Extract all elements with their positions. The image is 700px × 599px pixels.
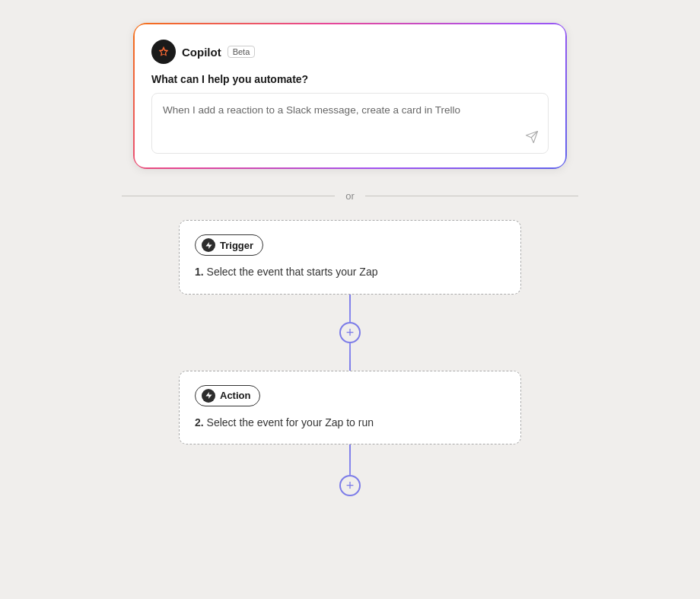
- send-button[interactable]: [525, 130, 539, 144]
- trigger-description: 1. Select the event that starts your Zap: [195, 265, 505, 280]
- svg-marker-1: [205, 392, 212, 399]
- svg-marker-0: [205, 241, 212, 248]
- connector-line-top: [349, 295, 351, 322]
- trigger-badge: Trigger: [195, 234, 263, 256]
- add-step-button-1[interactable]: +: [339, 322, 361, 343]
- trigger-icon: [202, 238, 215, 252]
- flow-container: Trigger 1. Select the event that starts …: [15, 220, 685, 496]
- copilot-title: Copilot: [182, 46, 221, 59]
- main-container: Copilot Beta What can I help you automat…: [0, 0, 700, 599]
- connector-line-bottom: [349, 343, 351, 371]
- copilot-question: What can I help you automate?: [151, 73, 549, 85]
- copilot-input-area[interactable]: When I add a reaction to a Slack message…: [151, 93, 549, 154]
- action-step-text: Select the event for your Zap to run: [207, 416, 374, 429]
- connector-1: +: [339, 295, 361, 371]
- divider-line-right: [365, 196, 578, 196]
- copilot-logo-icon: [151, 40, 176, 64]
- or-text: or: [345, 190, 355, 202]
- beta-badge: Beta: [228, 46, 256, 58]
- action-badge-label: Action: [220, 390, 250, 401]
- divider-line-left: [122, 196, 335, 196]
- bottom-connector: +: [339, 444, 361, 496]
- or-divider: or: [122, 190, 578, 202]
- action-icon: [202, 389, 215, 403]
- copilot-card: Copilot Beta What can I help you automat…: [133, 23, 567, 169]
- trigger-card: Trigger 1. Select the event that starts …: [179, 220, 521, 295]
- bottom-line: [349, 444, 351, 475]
- action-badge: Action: [195, 385, 260, 406]
- trigger-step-text: Select the event that starts your Zap: [207, 266, 378, 278]
- trigger-step-number: 1.: [195, 266, 204, 278]
- action-card: Action 2. Select the event for your Zap …: [179, 371, 521, 445]
- add-step-button-2[interactable]: +: [339, 475, 361, 496]
- copilot-header: Copilot Beta: [151, 40, 549, 64]
- copilot-input-text: When I add a reaction to a Slack message…: [163, 103, 517, 118]
- action-step-number: 2.: [195, 416, 204, 429]
- trigger-badge-label: Trigger: [220, 240, 253, 251]
- action-description: 2. Select the event for your Zap to run: [195, 416, 505, 431]
